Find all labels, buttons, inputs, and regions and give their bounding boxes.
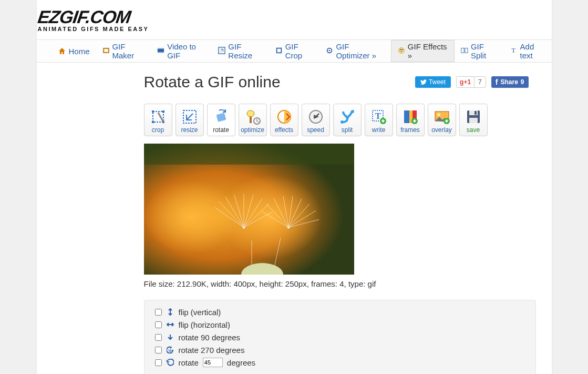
crop-tool-icon xyxy=(149,107,168,126)
svg-rect-48 xyxy=(144,144,354,165)
svg-rect-6 xyxy=(276,48,281,53)
svg-rect-13 xyxy=(461,48,464,53)
video-icon xyxy=(157,47,164,55)
tool-label: rotate xyxy=(213,126,229,134)
option-label: flip (vertical) xyxy=(179,308,221,317)
svg-rect-43 xyxy=(474,111,477,115)
tweet-button[interactable]: Tweet xyxy=(415,76,451,88)
svg-point-11 xyxy=(401,49,403,50)
tool-label: save xyxy=(467,126,480,134)
tweet-label: Tweet xyxy=(429,78,446,86)
flip-vertical-icon xyxy=(166,308,174,316)
main-nav: Home GIF Maker Video to GIF GIF Resize G… xyxy=(37,39,552,63)
svg-rect-17 xyxy=(152,110,154,113)
tool-effects[interactable]: effects xyxy=(270,104,298,136)
save-tool-icon xyxy=(464,107,483,126)
nav-gif-optimizer[interactable]: GIF Optimizer » xyxy=(319,40,390,62)
fb-label: Share xyxy=(500,78,518,86)
tool-rotate[interactable]: rotate xyxy=(207,104,235,136)
option-rotate-270: rotate 270 degrees xyxy=(155,343,525,356)
tool-save[interactable]: save xyxy=(459,104,488,136)
rotate-custom-icon xyxy=(166,358,174,367)
nav-gif-split[interactable]: GIF Split xyxy=(455,40,504,62)
svg-point-29 xyxy=(341,120,344,124)
rotate-270-checkbox[interactable] xyxy=(155,347,162,353)
gplus-count: 7 xyxy=(474,77,486,87)
facebook-icon: f xyxy=(496,79,498,85)
svg-text:T: T xyxy=(375,112,381,120)
tool-label: split xyxy=(342,126,353,134)
flip-vertical-checkbox[interactable] xyxy=(155,309,162,316)
maker-icon xyxy=(102,47,110,55)
tool-overlay[interactable]: overlay xyxy=(428,104,456,136)
tool-label: crop xyxy=(152,126,164,134)
speed-tool-icon xyxy=(306,107,325,126)
tool-speed[interactable]: speed xyxy=(302,104,330,136)
logo-main: EZGIF.COM xyxy=(36,9,131,25)
tool-label: speed xyxy=(307,126,324,134)
nav-label: GIF Optimizer » xyxy=(336,42,384,60)
tool-split[interactable]: split xyxy=(333,104,362,136)
option-flip-horizontal: flip (horizontal) xyxy=(155,318,525,331)
rotate-270-icon xyxy=(166,346,174,354)
split-icon xyxy=(461,47,468,55)
svg-rect-1 xyxy=(104,49,108,52)
svg-rect-34 xyxy=(404,110,409,123)
tool-label: resize xyxy=(181,126,198,134)
svg-rect-4 xyxy=(158,52,164,53)
option-label: rotate 90 degrees xyxy=(179,333,241,342)
logo[interactable]: EZGIF.COM ANIMATED GIFS MADE EASY xyxy=(38,9,552,32)
gplus-button[interactable]: g+1 7 xyxy=(456,76,486,88)
rotate-options-panel: flip (vertical) flip (horizontal) rotate… xyxy=(144,300,536,374)
svg-point-39 xyxy=(437,113,440,116)
write-tool-icon: T xyxy=(369,107,388,126)
tool-optimize[interactable]: optimize xyxy=(239,104,267,136)
svg-point-10 xyxy=(400,49,401,50)
option-rotate-90: rotate 90 degrees xyxy=(155,331,525,343)
svg-point-9 xyxy=(399,48,404,53)
tool-label: write xyxy=(372,126,385,134)
nav-label: GIF Effects » xyxy=(408,42,448,60)
rotate-degrees-input[interactable] xyxy=(203,358,223,367)
nav-gif-maker[interactable]: GIF Maker xyxy=(96,40,151,62)
nav-label: GIF Split xyxy=(471,42,498,60)
nav-add-text[interactable]: T Add text xyxy=(504,40,552,62)
svg-rect-44 xyxy=(469,118,478,123)
flip-horizontal-checkbox[interactable] xyxy=(155,321,162,328)
svg-point-24 xyxy=(247,110,254,117)
nav-video-to-gif[interactable]: Video to GIF xyxy=(151,40,212,62)
tool-label: frames xyxy=(400,126,420,134)
nav-home[interactable]: Home xyxy=(51,40,96,62)
file-info: File size: 212.90K, width: 400px, height… xyxy=(144,279,552,288)
svg-point-8 xyxy=(329,50,331,52)
nav-gif-resize[interactable]: GIF Resize xyxy=(212,40,269,62)
nav-label: Home xyxy=(69,47,90,56)
nav-label: GIF Maker xyxy=(112,42,145,60)
nav-label: Video to GIF xyxy=(167,42,205,60)
option-flip-vertical: flip (vertical) xyxy=(155,306,525,318)
nav-label: GIF Resize xyxy=(228,42,262,60)
svg-rect-19 xyxy=(152,121,154,123)
rotate-90-icon xyxy=(166,333,174,341)
option-label: rotate 270 degrees xyxy=(179,346,245,355)
text-icon: T xyxy=(510,47,518,55)
tool-resize[interactable]: resize xyxy=(176,104,204,136)
tool-frames[interactable]: frames xyxy=(396,104,425,136)
twitter-icon xyxy=(420,79,427,85)
tool-label: overlay xyxy=(431,126,452,134)
flip-horizontal-icon xyxy=(166,320,174,329)
resize-tool-icon xyxy=(180,107,199,126)
option-label-pre: rotate xyxy=(179,358,199,367)
tool-write[interactable]: T write xyxy=(365,104,393,136)
svg-point-47 xyxy=(218,175,323,259)
nav-gif-effects[interactable]: GIF Effects » xyxy=(391,40,455,62)
rotate-90-checkbox[interactable] xyxy=(155,334,162,341)
nav-gif-crop[interactable]: GIF Crop xyxy=(269,40,320,62)
page-title: Rotate a GIF online xyxy=(144,73,281,91)
nav-label: Add text xyxy=(520,42,545,60)
tool-crop[interactable]: crop xyxy=(144,104,172,136)
overlay-tool-icon xyxy=(432,107,451,126)
rotate-custom-checkbox[interactable] xyxy=(155,359,162,366)
fb-share-button[interactable]: f Share 9 xyxy=(491,76,529,88)
split-tool-icon xyxy=(338,107,357,126)
